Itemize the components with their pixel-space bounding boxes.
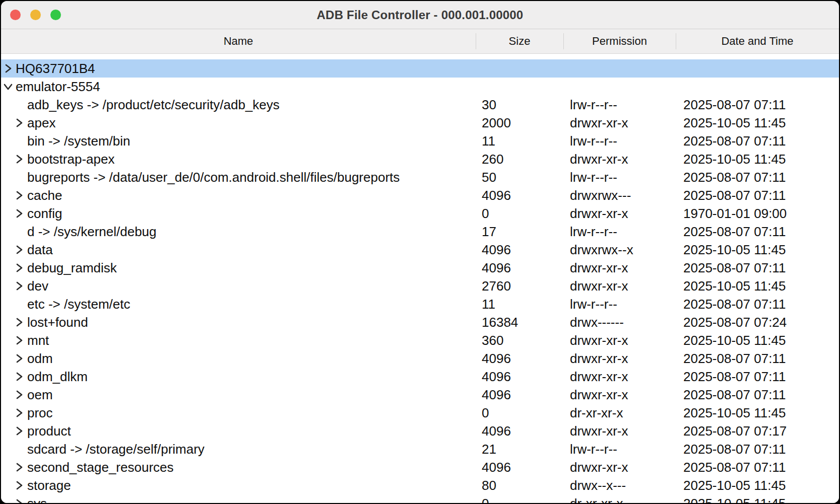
chevron-right-icon[interactable]	[4, 63, 12, 74]
file-permission: drwx------	[563, 315, 676, 330]
chevron-right-icon[interactable]	[15, 208, 23, 219]
chevron-right-icon[interactable]	[15, 281, 23, 291]
column-header-name[interactable]: Name	[1, 29, 476, 53]
table-row[interactable]: bootstrap-apex 260 drwxr-xr-x 2025-10-05…	[1, 150, 839, 168]
chevron-right-icon[interactable]	[15, 353, 23, 364]
file-datetime: 1970-01-01 09:00	[676, 206, 839, 222]
file-size: 21	[476, 442, 563, 457]
column-header-permission[interactable]: Permission	[563, 29, 676, 53]
zoom-window-button[interactable]	[50, 10, 61, 20]
file-permission: drwxr-xr-x	[563, 460, 676, 475]
file-size: 2000	[476, 115, 563, 131]
file-datetime: 2025-08-07 07:11	[676, 369, 839, 385]
file-name: bootstrap-apex	[27, 152, 114, 167]
window-title: ADB File Controller - 000.001.00000	[317, 8, 524, 22]
chevron-right-icon[interactable]	[15, 390, 23, 400]
file-datetime: 2025-08-07 07:11	[676, 133, 839, 149]
file-name: oem	[27, 387, 53, 403]
file-name: odm_dlkm	[27, 369, 88, 385]
chevron-right-icon[interactable]	[15, 426, 23, 436]
column-separator[interactable]	[563, 33, 564, 49]
file-tree: HQ637701B4 emulator-5554 adb_keys -> /pr…	[1, 54, 839, 503]
column-header-size[interactable]: Size	[476, 29, 563, 53]
file-name: d -> /sys/kernel/debug	[27, 224, 157, 240]
file-size: 4096	[476, 369, 563, 385]
chevron-right-icon[interactable]	[15, 498, 23, 503]
file-permission: drwxr-xr-x	[563, 369, 676, 385]
table-row[interactable]: proc 0 dr-xr-xr-x 2025-10-05 11:45	[1, 404, 839, 422]
file-permission: lrw-r--r--	[563, 224, 676, 240]
file-datetime: 2025-08-07 07:11	[676, 170, 839, 185]
minimize-window-button[interactable]	[30, 10, 41, 20]
column-header-date-and-time[interactable]: Date and Time	[676, 29, 839, 53]
table-row[interactable]: second_stage_resources 4096 drwxr-xr-x 2…	[1, 458, 839, 476]
chevron-right-icon[interactable]	[15, 480, 23, 490]
table-row[interactable]: product 4096 drwxr-xr-x 2025-08-07 07:17	[1, 422, 839, 440]
chevron-right-icon[interactable]	[15, 335, 23, 345]
file-datetime: 2025-08-07 07:11	[676, 460, 839, 475]
chevron-right-icon[interactable]	[15, 408, 23, 418]
table-row[interactable]: d -> /sys/kernel/debug 17 lrw-r--r-- 202…	[1, 223, 839, 241]
file-permission: lrw-r--r--	[563, 170, 676, 185]
file-permission: drwxr-xr-x	[563, 333, 676, 348]
table-row[interactable]: adb_keys -> /product/etc/security/adb_ke…	[1, 96, 839, 114]
table-row[interactable]: data 4096 drwxrwx--x 2025-10-05 11:45	[1, 241, 839, 259]
file-datetime: 2025-08-07 07:11	[676, 387, 839, 403]
file-permission: drwxr-xr-x	[563, 278, 676, 294]
table-row[interactable]: oem 4096 drwxr-xr-x 2025-08-07 07:11	[1, 386, 839, 404]
file-size: 80	[476, 478, 563, 493]
table-row[interactable]: sdcard -> /storage/self/primary 21 lrw-r…	[1, 440, 839, 458]
file-size: 4096	[476, 387, 563, 403]
chevron-right-icon[interactable]	[15, 245, 23, 255]
file-permission: drwxr-xr-x	[563, 152, 676, 167]
file-permission: lrw-r--r--	[563, 97, 676, 113]
file-permission: lrw-r--r--	[563, 133, 676, 149]
file-name: bugreports -> /data/user_de/0/com.androi…	[27, 170, 400, 185]
chevron-right-icon[interactable]	[15, 317, 23, 327]
file-datetime: 2025-08-07 07:11	[676, 351, 839, 367]
table-row[interactable]: cache 4096 drwxrwx--- 2025-08-07 07:11	[1, 186, 839, 204]
table-row[interactable]: storage 80 drwx--x--- 2025-10-05 11:45	[1, 476, 839, 494]
file-datetime: 2025-10-05 11:45	[676, 405, 839, 421]
table-row[interactable]: dev 2760 drwxr-xr-x 2025-10-05 11:45	[1, 277, 839, 295]
table-row[interactable]: lost+found 16384 drwx------ 2025-08-07 0…	[1, 313, 839, 331]
file-size: 17	[476, 224, 563, 240]
file-name: mnt	[27, 333, 49, 348]
table-row[interactable]: HQ637701B4	[1, 59, 839, 78]
chevron-right-icon[interactable]	[15, 190, 23, 200]
column-separator[interactable]	[676, 33, 676, 49]
table-row[interactable]: bin -> /system/bin 11 lrw-r--r-- 2025-08…	[1, 132, 839, 150]
chevron-down-icon[interactable]	[4, 82, 12, 92]
table-row[interactable]: odm_dlkm 4096 drwxr-xr-x 2025-08-07 07:1…	[1, 368, 839, 386]
file-name: apex	[27, 115, 55, 131]
table-row[interactable]: bugreports -> /data/user_de/0/com.androi…	[1, 168, 839, 186]
column-separator[interactable]	[476, 33, 476, 49]
file-name: dev	[27, 278, 48, 294]
file-datetime: 2025-10-05 11:45	[676, 333, 839, 348]
table-row[interactable]: config 0 drwxr-xr-x 1970-01-01 09:00	[1, 204, 839, 223]
chevron-right-icon[interactable]	[15, 118, 23, 128]
traffic-lights	[10, 1, 61, 29]
close-window-button[interactable]	[10, 10, 21, 20]
table-row[interactable]: sys 0 dr-xr-xr-x 2025-10-05 11:45	[1, 494, 839, 503]
table-row[interactable]: odm 4096 drwxr-xr-x 2025-08-07 07:11	[1, 349, 839, 368]
chevron-right-icon[interactable]	[15, 154, 23, 164]
file-size: 4096	[476, 423, 563, 439]
table-row[interactable]: etc -> /system/etc 11 lrw-r--r-- 2025-08…	[1, 295, 839, 313]
file-datetime: 2025-08-07 07:11	[676, 442, 839, 457]
file-name: emulator-5554	[16, 79, 100, 95]
file-name: odm	[27, 351, 53, 367]
file-datetime: 2025-08-07 07:11	[676, 260, 839, 276]
chevron-right-icon[interactable]	[15, 462, 23, 472]
table-row[interactable]: apex 2000 drwxr-xr-x 2025-10-05 11:45	[1, 114, 839, 132]
file-size: 4096	[476, 188, 563, 203]
table-row[interactable]: emulator-5554	[1, 78, 839, 96]
table-row[interactable]: debug_ramdisk 4096 drwxr-xr-x 2025-08-07…	[1, 259, 839, 277]
file-permission: drwxr-xr-x	[563, 260, 676, 276]
file-datetime: 2025-10-05 11:45	[676, 278, 839, 294]
table-row[interactable]: mnt 360 drwxr-xr-x 2025-10-05 11:45	[1, 331, 839, 349]
file-datetime: 2025-10-05 11:45	[676, 242, 839, 258]
chevron-right-icon[interactable]	[15, 372, 23, 382]
file-permission: lrw-r--r--	[563, 442, 676, 457]
chevron-right-icon[interactable]	[15, 263, 23, 273]
